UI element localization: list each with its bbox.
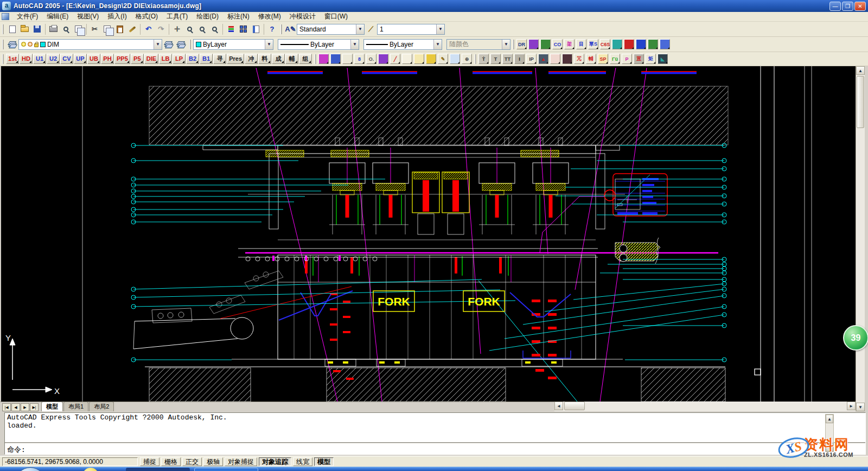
die-tool-12-icon[interactable] — [450, 54, 460, 64]
copy-icon[interactable] — [101, 23, 113, 35]
horizontal-scrollbar[interactable]: ◄ ► — [554, 402, 856, 411]
command-prompt[interactable]: 命令: — [5, 444, 28, 455]
punch-tool-3-icon[interactable]: TT — [502, 54, 513, 64]
die-button-料[interactable]: 料 — [258, 54, 271, 64]
annotation-tool-7-icon[interactable]: 單S — [588, 39, 598, 49]
die-button-寻[interactable]: 寻 — [213, 54, 226, 64]
die-button-冲[interactable]: 冲 — [245, 54, 258, 64]
paste-icon[interactable] — [113, 23, 126, 35]
status-toggle-对象捕捉[interactable]: 对象捕捉 — [225, 457, 257, 466]
app-icon[interactable]: a — [2, 2, 11, 10]
die-tool-1-icon[interactable] — [318, 54, 329, 64]
annotation-tool-8-icon[interactable]: C6S — [600, 39, 610, 49]
die-button-Pres[interactable]: Pres — [227, 54, 244, 64]
designcenter-icon[interactable] — [237, 23, 250, 35]
die-button-PP5[interactable]: PP5 — [114, 54, 130, 64]
die-tool-9-icon[interactable] — [414, 54, 424, 64]
punch-tool-10-icon[interactable]: 輔 — [586, 54, 596, 64]
die-button-UB[interactable]: UB — [87, 54, 100, 64]
layer-freeze-icon[interactable] — [28, 42, 33, 47]
linetype-combo[interactable]: ByLayer ▼ — [278, 39, 359, 50]
lineweight-combo[interactable]: ByLayer ▼ — [363, 39, 442, 50]
die-button-LB[interactable]: LB — [159, 54, 172, 64]
tab-nav-button[interactable]: |◀ — [2, 403, 11, 411]
die-button-LP[interactable]: LP — [173, 54, 186, 64]
tab-nav-button[interactable]: ▶ — [21, 403, 29, 411]
die-button-PH[interactable]: PH — [101, 54, 114, 64]
start-button[interactable] — [15, 467, 46, 471]
menu-item[interactable]: 标注(N) — [223, 11, 254, 22]
annotation-tool-6-icon[interactable]: 目 — [576, 39, 586, 49]
die-tool-5-icon[interactable]: O. — [366, 54, 376, 64]
matchprop-icon[interactable] — [126, 23, 138, 35]
die-button-DIE[interactable]: DIE — [144, 54, 158, 64]
open-icon[interactable] — [18, 23, 31, 35]
annotation-tool-3-icon[interactable] — [540, 39, 551, 49]
punch-tool-15-icon[interactable]: 矩 — [646, 54, 656, 64]
publish-icon[interactable] — [72, 23, 85, 35]
pan-icon[interactable]: ✛ — [171, 23, 183, 35]
punch-tool-9-icon[interactable]: 冗 — [574, 54, 584, 64]
annotation-tool-13-icon[interactable] — [660, 39, 670, 49]
punch-tool-8-icon[interactable] — [562, 54, 572, 64]
menu-item[interactable]: 窗口(W) — [320, 11, 352, 22]
scroll-right-icon[interactable]: ► — [847, 402, 856, 410]
chevron-down-icon[interactable]: ▼ — [350, 40, 359, 49]
die-tool-4-icon[interactable]: 8 — [354, 54, 365, 64]
toolbar-grip[interactable] — [2, 40, 4, 49]
status-toggle-模型[interactable]: 模型 — [314, 457, 334, 466]
die-tool-2-icon[interactable] — [330, 54, 341, 64]
menu-item[interactable]: 文件(F) — [12, 11, 42, 22]
scroll-up-icon[interactable]: ▲ — [826, 415, 833, 423]
annotation-tool-12-icon[interactable] — [648, 39, 658, 49]
minimize-button[interactable]: — — [829, 2, 841, 11]
toolpalettes-icon[interactable] — [250, 23, 262, 35]
toolbar-grip[interactable] — [189, 40, 191, 49]
chevron-down-icon[interactable]: ▼ — [436, 24, 444, 34]
dim-style-icon[interactable]: ⟋ — [365, 23, 377, 35]
zoom-previous-icon[interactable] — [208, 23, 221, 35]
redo-icon[interactable]: ↷ — [155, 23, 167, 35]
layer-previous-icon[interactable] — [162, 39, 175, 50]
menu-item[interactable]: 格式(O) — [131, 11, 162, 22]
undo-icon[interactable]: ↶ — [142, 23, 155, 35]
die-button-U1[interactable]: U1 — [33, 54, 46, 64]
annotation-tool-9-icon[interactable] — [612, 39, 622, 49]
status-toggle-栅格[interactable]: 栅格 — [161, 457, 181, 466]
tab-nav-button[interactable]: ◀ — [11, 403, 20, 411]
die-button-B2[interactable]: B2 — [186, 54, 199, 64]
annotation-tool-11-icon[interactable] — [636, 39, 646, 49]
tab-nav-button[interactable]: ▶| — [30, 403, 39, 411]
toolbar-grip[interactable] — [475, 54, 476, 64]
scroll-left-icon[interactable]: ◄ — [554, 402, 563, 410]
help-icon[interactable]: ? — [266, 23, 278, 35]
punch-tool-12-icon[interactable]: Γü — [610, 54, 620, 64]
vertical-scrollbar[interactable]: ▲ ▼ — [856, 66, 865, 411]
layer-combo[interactable]: DIM ▼ — [18, 39, 162, 50]
zoom-realtime-icon[interactable] — [183, 23, 196, 35]
command-splitter[interactable] — [5, 442, 865, 443]
die-tool-13-icon[interactable]: ⊕ — [462, 54, 472, 64]
layer-manager-icon[interactable] — [6, 39, 18, 50]
windows-taskbar[interactable] — [0, 467, 868, 471]
taskbar-tray-icon[interactable] — [82, 468, 99, 471]
toolbar-grip[interactable] — [315, 54, 316, 64]
menu-item[interactable]: 工具(T) — [162, 11, 192, 22]
close-button[interactable]: ✕ — [854, 2, 866, 11]
punch-tool-6-icon[interactable]: ▲ — [538, 54, 548, 64]
die-button-B1[interactable]: B1 — [200, 54, 213, 64]
die-tool-3-icon[interactable] — [342, 54, 353, 64]
horizontal-scroll-thumb[interactable] — [564, 402, 585, 410]
layer-color-swatch[interactable] — [40, 42, 46, 47]
notification-badge[interactable]: 39 — [843, 325, 868, 351]
punch-tool-14-icon[interactable]: 罝 — [634, 54, 644, 64]
layout-tab-布局1[interactable]: 布局1 — [63, 402, 88, 411]
taskbar-item[interactable] — [126, 468, 190, 471]
punch-tool-4-icon[interactable]: I — [514, 54, 525, 64]
chevron-down-icon[interactable]: ▼ — [154, 40, 162, 49]
die-button-輔[interactable]: 輔 — [285, 54, 298, 64]
annotation-tool-5-icon[interactable]: 架 — [564, 39, 575, 49]
punch-tool-13-icon[interactable]: P — [622, 54, 632, 64]
status-toggle-线宽[interactable]: 线宽 — [293, 457, 312, 466]
vertical-scroll-thumb[interactable] — [857, 76, 864, 128]
